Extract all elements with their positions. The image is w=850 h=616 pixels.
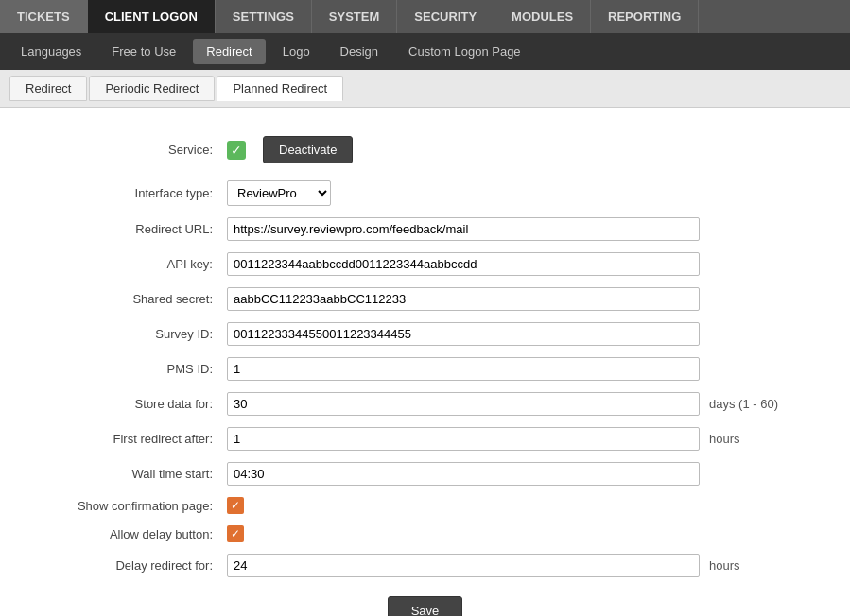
interface-type-control: ReviewPro Other [227, 180, 700, 206]
delay-redirect-for-input[interactable] [227, 554, 700, 577]
tab-security[interactable]: SECURITY [397, 0, 494, 33]
survey-id-control [227, 322, 700, 346]
second-tab-design[interactable]: Design [327, 39, 391, 64]
show-confirmation-label: Show confirmation page: [38, 499, 227, 513]
first-redirect-after-suffix: hours [709, 432, 740, 446]
tab-reporting[interactable]: REPORTING [591, 0, 699, 33]
shared-secret-control [227, 287, 700, 311]
interface-type-row: Interface type: ReviewPro Other [38, 180, 812, 206]
allow-delay-checkbox[interactable]: ✓ [227, 525, 244, 542]
show-confirmation-control: ✓ [227, 497, 700, 514]
first-redirect-after-row: First redirect after: hours [38, 427, 812, 451]
shared-secret-input[interactable] [227, 287, 700, 311]
save-row: Save [38, 596, 812, 616]
wall-time-start-control [227, 462, 700, 486]
delay-redirect-for-suffix: hours [709, 558, 740, 573]
interface-type-label: Interface type: [38, 186, 227, 200]
store-data-for-label: Store data for: [38, 397, 227, 411]
show-confirmation-checkbox[interactable]: ✓ [227, 497, 244, 514]
main-content: Service: ✓ Deactivate Interface type: Re… [0, 108, 850, 616]
second-tab-logo[interactable]: Logo [269, 39, 323, 64]
pms-id-row: PMS ID: [38, 357, 812, 381]
pms-id-label: PMS ID: [38, 362, 227, 376]
pms-id-control [227, 357, 700, 381]
delay-redirect-for-label: Delay redirect for: [38, 558, 227, 573]
redirect-url-row: Redirect URL: [38, 217, 812, 241]
wall-time-start-label: Wall time start: [38, 467, 227, 481]
api-key-input[interactable] [227, 252, 700, 276]
store-data-for-input[interactable] [227, 392, 700, 416]
second-tab-free-to-use[interactable]: Free to Use [98, 39, 189, 64]
first-redirect-after-input[interactable] [227, 427, 700, 451]
shared-secret-row: Shared secret: [38, 287, 812, 311]
second-tab-custom-logon-page[interactable]: Custom Logon Page [395, 39, 534, 64]
redirect-url-control [227, 217, 700, 241]
tab-modules[interactable]: MODULES [494, 0, 591, 33]
allow-delay-control: ✓ [227, 525, 700, 542]
sub-tab-redirect[interactable]: Redirect [9, 76, 87, 101]
service-controls: ✓ Deactivate [227, 136, 353, 163]
tab-client-logon[interactable]: CLIENT LOGON [88, 0, 216, 33]
sub-nav: Redirect Periodic Redirect Planned Redir… [0, 70, 850, 108]
delay-redirect-for-row: Delay redirect for: hours [38, 554, 812, 577]
store-data-for-control [227, 392, 700, 416]
interface-type-select[interactable]: ReviewPro Other [227, 180, 331, 206]
service-label: Service: [38, 143, 227, 157]
survey-id-label: Survey ID: [38, 327, 227, 341]
store-data-for-row: Store data for: days (1 - 60) [38, 392, 812, 416]
redirect-url-input[interactable] [227, 217, 700, 241]
sub-tab-planned-redirect[interactable]: Planned Redirect [217, 76, 343, 101]
api-key-control [227, 252, 700, 276]
service-active-indicator: ✓ [227, 141, 246, 160]
redirect-url-label: Redirect URL: [38, 222, 227, 236]
second-nav: Languages Free to Use Redirect Logo Desi… [0, 33, 850, 70]
wall-time-start-row: Wall time start: [38, 462, 812, 486]
sub-tab-periodic-redirect[interactable]: Periodic Redirect [89, 76, 215, 101]
store-data-for-suffix: days (1 - 60) [709, 397, 778, 411]
wall-time-start-input[interactable] [227, 462, 700, 486]
first-redirect-after-control [227, 427, 700, 451]
allow-delay-row: Allow delay button: ✓ [38, 525, 812, 542]
pms-id-input[interactable] [227, 357, 700, 381]
save-button[interactable]: Save [388, 596, 463, 616]
allow-delay-label: Allow delay button: [38, 527, 227, 541]
tab-tickets[interactable]: TICKETS [0, 0, 88, 33]
tab-settings[interactable]: SETTINGS [216, 0, 312, 33]
survey-id-input[interactable] [227, 322, 700, 346]
deactivate-button[interactable]: Deactivate [263, 136, 353, 163]
delay-redirect-for-control [227, 554, 700, 577]
second-tab-redirect[interactable]: Redirect [193, 39, 265, 64]
show-confirmation-row: Show confirmation page: ✓ [38, 497, 812, 514]
survey-id-row: Survey ID: [38, 322, 812, 346]
api-key-label: API key: [38, 257, 227, 271]
service-row: Service: ✓ Deactivate [38, 136, 812, 163]
tab-system[interactable]: SYSTEM [312, 0, 397, 33]
api-key-row: API key: [38, 252, 812, 276]
shared-secret-label: Shared secret: [38, 292, 227, 306]
top-nav: TICKETS CLIENT LOGON SETTINGS SYSTEM SEC… [0, 0, 850, 33]
first-redirect-after-label: First redirect after: [38, 432, 227, 446]
second-tab-languages[interactable]: Languages [8, 39, 95, 64]
